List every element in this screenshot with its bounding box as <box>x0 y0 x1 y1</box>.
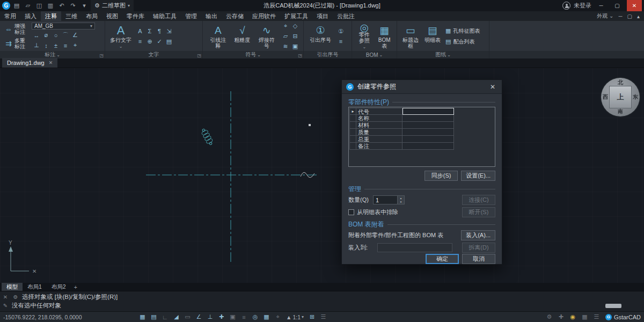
spell-check-icon[interactable]: ✓ <box>155 37 164 46</box>
taper-symbol-icon[interactable]: ▱ <box>281 32 290 41</box>
ordinate-dim-icon[interactable]: ↕ <box>41 41 51 50</box>
dynamic-input-icon[interactable]: ✚ <box>216 312 226 321</box>
group-label-bom[interactable]: BOM ⌄ <box>352 51 397 58</box>
part-reference-button[interactable]: ◎ 零件参照 ⌄ <box>355 23 374 50</box>
ribbon-minimize-icon[interactable]: ─ <box>618 13 622 19</box>
tab-output[interactable]: 输出 <box>201 11 222 21</box>
view-cube[interactable]: 北 南 西 东 上 <box>601 78 640 116</box>
exclude-checkbox[interactable] <box>348 209 354 215</box>
tab-apps[interactable]: 应用软件 <box>248 11 280 21</box>
dialog-close-icon[interactable]: ✕ <box>488 83 497 91</box>
new-file-icon[interactable]: ▤ <box>12 0 21 11</box>
edge-symbol-icon[interactable]: ⊟ <box>290 32 300 41</box>
ortho-icon[interactable]: ∟ <box>160 312 170 321</box>
bom-table-button[interactable]: ▦ BOM表 <box>376 23 394 50</box>
document-tab-close-icon[interactable]: ✕ <box>49 60 53 65</box>
quick-access-dropdown-icon[interactable]: ▾ <box>79 0 89 11</box>
sync-button[interactable]: 同步(S) <box>425 171 458 181</box>
ribbon-panel-icon[interactable]: ▢ <box>627 13 632 19</box>
add-layout-button[interactable]: + <box>71 283 80 291</box>
maximize-button[interactable]: ▢ <box>611 0 624 11</box>
balloon-button[interactable]: ① 引出序号 <box>307 23 334 50</box>
edit-icon[interactable]: ✎ <box>2 303 9 309</box>
group-label-text[interactable]: 文字 <box>105 51 202 58</box>
quantity-spinner[interactable]: ▴ ▾ <box>398 195 405 204</box>
viewcube-east[interactable]: 东 <box>633 93 638 101</box>
user-avatar-icon[interactable] <box>562 2 570 10</box>
tab-cloud-storage[interactable]: 云存储 <box>222 11 248 21</box>
redo-icon[interactable]: ↷ <box>68 0 78 11</box>
appearance-dropdown[interactable]: 外观 ⌄ <box>597 12 613 20</box>
undo-icon[interactable]: ↶ <box>57 0 67 11</box>
status-list-icon[interactable]: ☰ <box>591 312 602 321</box>
selection-cycling-icon[interactable]: ◎ <box>250 312 260 321</box>
tab-3d[interactable]: 三维 <box>61 11 82 21</box>
settings-gear-icon[interactable]: ⚙ <box>544 312 554 321</box>
group-label-dimension[interactable]: 标注 ⌄ <box>0 51 105 58</box>
tool-icon[interactable]: ⚙ <box>12 294 19 300</box>
roughness-button[interactable]: √ 粗糙度 <box>232 23 253 50</box>
status-menu-icon[interactable]: ☰ <box>318 312 328 321</box>
transparency-icon[interactable]: ≡ <box>239 312 249 321</box>
cancel-button[interactable]: 取消 <box>462 254 495 264</box>
paragraph-icon[interactable]: ¶ <box>155 27 164 36</box>
layout-tab-1[interactable]: 布局1 <box>23 283 47 291</box>
clean-screen-icon[interactable]: ▦ <box>580 312 590 321</box>
radius-dim-icon[interactable]: ○ <box>51 31 61 40</box>
attach-button[interactable]: 装入(A)... <box>461 230 495 240</box>
fit-list-button[interactable]: ▤ 配合列表 <box>444 37 481 47</box>
title-border-button[interactable]: ▭ 标题边框 <box>400 23 421 50</box>
otrack-icon[interactable]: ⊥ <box>205 312 215 321</box>
cancel-icon[interactable]: ✕ <box>2 294 9 300</box>
hole-chart-button[interactable]: ▦ 孔特征图表 <box>444 26 481 36</box>
print-icon[interactable]: ▥ <box>46 0 55 11</box>
dialog-header[interactable]: G 创建零件参照 ✕ <box>342 80 502 94</box>
tab-aux-tools[interactable]: 辅助工具 <box>149 11 181 21</box>
document-tab[interactable]: Drawing1.dwg ✕ <box>2 58 57 68</box>
command-scrollbar[interactable] <box>605 304 621 308</box>
text-scale-icon[interactable]: ⇲ <box>164 27 174 36</box>
customize-icon[interactable]: ✚ <box>556 312 566 321</box>
snap-icon[interactable]: ▤ <box>149 312 159 321</box>
quantity-stepper[interactable]: ▴ ▾ <box>373 195 405 204</box>
diameter-dim-icon[interactable]: ⌀ <box>41 31 51 40</box>
tab-annotate[interactable]: 注释 <box>41 11 61 21</box>
isodraft-icon[interactable]: ▭ <box>182 312 193 321</box>
layout-tab-model[interactable]: 模型 <box>2 283 23 291</box>
tab-part-library[interactable]: 零件库 <box>122 11 149 21</box>
field-icon[interactable]: Σ <box>145 27 155 36</box>
chain-dim-icon[interactable]: ≡ <box>61 41 70 50</box>
tab-insert[interactable]: 插入 <box>20 11 41 21</box>
enhanced-dimension-button[interactable]: ⇔ 增强标注 <box>3 23 30 36</box>
command-line-panel[interactable]: ✕ ⚙ 选择对象或 [块(B)/复制(C)/参照(R)] ✎ 没有选中任何对象 <box>0 291 644 311</box>
workspace-grid-icon[interactable]: ▦ <box>261 312 272 321</box>
properties-table[interactable]: ▸ 代号 名称 材料 <box>348 107 495 167</box>
property-value-cell[interactable] <box>402 129 454 136</box>
multi-dimension-button[interactable]: ⇉ 多重标注 <box>3 37 30 50</box>
property-value-cell[interactable] <box>402 115 454 122</box>
close-button[interactable]: ✕ <box>627 0 642 11</box>
save-icon[interactable]: ◫ <box>34 0 44 11</box>
detach-button[interactable]: 拆离(D) <box>462 243 495 253</box>
detail-table-button[interactable]: ▤ 明细表 <box>423 23 442 50</box>
dim-style-combo[interactable]: AM_GB ▾ <box>32 23 95 30</box>
group-label-sheet[interactable]: 图纸 ⌄ <box>397 51 489 58</box>
baseline-dim-icon[interactable]: ⊥ <box>32 41 41 50</box>
dialog-launcher-icon[interactable]: ◳ <box>298 53 302 58</box>
balloon-auto-icon[interactable]: ① <box>336 27 346 36</box>
mark-symbol-icon[interactable]: ≋ <box>281 42 290 51</box>
layout-tab-2[interactable]: 布局2 <box>47 283 71 291</box>
connect-button[interactable]: 连接(C) <box>462 195 495 205</box>
text-frame-icon[interactable]: ▤ <box>164 37 174 46</box>
tips-bulb-icon[interactable]: ◉ <box>568 312 578 321</box>
text-style-icon[interactable]: A <box>135 27 145 36</box>
group-label-balloon[interactable]: 引出序号 <box>304 51 352 58</box>
property-value-cell[interactable] <box>402 108 454 115</box>
lineweight-icon[interactable]: ▣ <box>228 312 238 321</box>
annotation-visibility-icon[interactable]: ⊞ <box>307 312 317 321</box>
drawing-canvas[interactable]: Y ✕ 北 南 西 东 上 G 创建零件参照 ✕ 零部件特性(P) <box>0 68 644 283</box>
balloon-align-icon[interactable]: ≡ <box>336 37 346 46</box>
workspace-switcher[interactable]: ⚙ 二维草图 ▾ <box>91 0 134 11</box>
open-file-icon[interactable]: ▱ <box>23 0 33 11</box>
arc-dim-icon[interactable]: ⌒ <box>61 31 70 40</box>
